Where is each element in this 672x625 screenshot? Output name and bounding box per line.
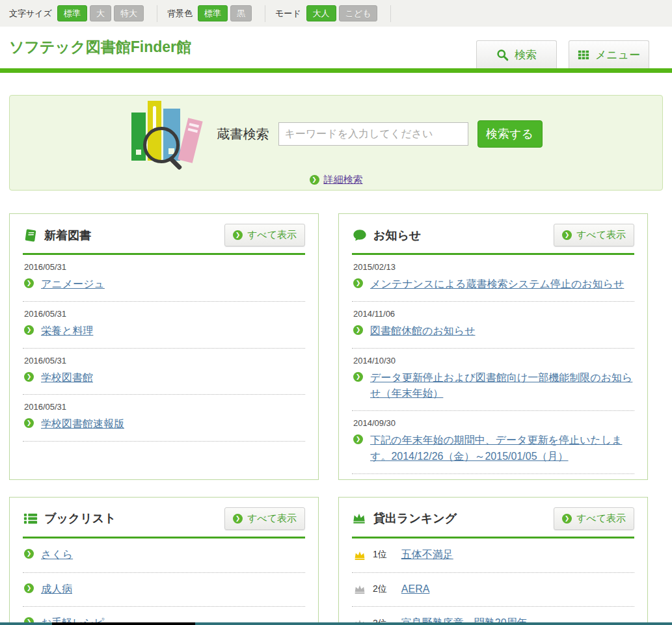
bg-color-group: 背景色 標準 黒 (167, 5, 265, 22)
list-item: 2016/05/31 ❯ アニメージュ (23, 255, 305, 302)
catalog-search-label: 蔵書検索 (217, 126, 269, 143)
ranking-row: 1位 五体不満足 (352, 539, 634, 573)
crown-icon (353, 550, 366, 561)
arrow-circle-icon: ❯ (24, 418, 34, 428)
item-link[interactable]: データ更新停止および図書館向け一部機能制限のお知らせ（年末年始） (370, 370, 633, 403)
new-books-show-all-button[interactable]: ❯ すべて表示 (224, 224, 305, 246)
footer-strip (0, 622, 672, 625)
header-menu-button[interactable]: メニュー (569, 40, 649, 68)
show-all-label: すべて表示 (247, 512, 297, 525)
item-link-row: ❯ 成人病 (24, 581, 304, 598)
item-link[interactable]: 五体不満足 (401, 547, 453, 563)
new-books-list: 2016/05/31 ❯ アニメージュ 2016/05/31 ❯ 栄養と料理 (23, 255, 305, 442)
arrow-circle-icon: ❯ (24, 325, 34, 335)
list-item: ❯ 成人病 (23, 573, 305, 607)
ranking-panel: 貸出ランキング ❯ すべて表示 1位 五体不満足 (338, 497, 648, 625)
item-link[interactable]: 学校図書館速報版 (41, 416, 124, 432)
accessibility-bar: 文字サイズ 標準 大 特大 背景色 標準 黒 モード 大人 こども (0, 0, 672, 27)
show-all-label: すべて表示 (247, 229, 297, 241)
item-date: 2016/05/31 (24, 262, 304, 272)
book-list-show-all-button[interactable]: ❯ すべて表示 (224, 507, 305, 530)
mode-adult-button[interactable]: 大人 (306, 5, 336, 21)
item-link[interactable]: さくら (41, 547, 73, 563)
advanced-search-row: ❯ 詳細検索 (310, 174, 363, 186)
speech-bubble-icon (352, 228, 368, 243)
item-date: 2015/02/13 (353, 262, 633, 272)
list-item: 2014/10/30 ❯ データ更新停止および図書館向け一部機能制限のお知らせ（… (352, 349, 634, 412)
item-link-row: ❯ アニメージュ (24, 276, 304, 293)
book-list: ❯ さくら ❯ 成人病 ❯ お手 (23, 539, 305, 625)
item-link[interactable]: 成人病 (41, 581, 72, 598)
item-date: 2016/05/31 (24, 309, 304, 319)
crown-icon (353, 583, 366, 594)
item-date: 2014/10/30 (353, 356, 633, 366)
list-item: ❯ さくら (23, 539, 305, 573)
arrow-circle-icon: ❯ (233, 514, 243, 524)
arrow-circle-icon: ❯ (24, 372, 34, 382)
item-link[interactable]: 下記の年末年始の期間中、データ更新を停止いたします。2014/12/26（金）～… (370, 432, 633, 465)
item-link[interactable]: アニメージュ (41, 276, 105, 293)
header-search-button[interactable]: 検索 (476, 40, 557, 68)
bg-color-black-button[interactable]: 黒 (230, 5, 252, 21)
ranking-list: 1位 五体不満足 2位 AERA (352, 539, 634, 625)
news-list: 2015/02/13 ❯ メンテナンスによる蔵書検索システム停止のお知らせ 20… (352, 255, 634, 474)
item-link[interactable]: 学校図書館 (41, 370, 93, 386)
arrow-circle-icon: ❯ (24, 583, 34, 593)
item-link-row: ❯ データ更新停止および図書館向け一部機能制限のお知らせ（年末年始） (353, 370, 633, 403)
rank-label: 2位 (373, 583, 387, 595)
arrow-circle-icon: ❯ (562, 230, 572, 240)
pink-book-shape (178, 118, 202, 163)
news-title: お知らせ (373, 228, 421, 243)
news-panel: お知らせ ❯ すべて表示 2015/02/13 ❯ メンテナンスによる蔵書検索シ… (338, 213, 648, 480)
item-link[interactable]: 栄養と料理 (41, 323, 93, 339)
item-date: 2014/09/30 (353, 418, 633, 428)
rank-label: 1位 (373, 549, 387, 561)
news-header: お知らせ ❯ すべて表示 (352, 224, 634, 255)
item-link[interactable]: メンテナンスによる蔵書検索システム停止のお知らせ (370, 276, 624, 293)
new-books-title: 新着図書 (44, 228, 91, 243)
font-size-xlarge-button[interactable]: 特大 (114, 5, 144, 21)
catalog-search-submit-button[interactable]: 検索する (477, 120, 543, 148)
ranking-title: 貸出ランキング (373, 511, 457, 526)
menu-grid-icon (578, 49, 589, 60)
header-buttons: 検索 メニュー (476, 40, 649, 68)
ranking-show-all-button[interactable]: ❯ すべて表示 (554, 507, 634, 530)
header-menu-label: メニュー (595, 47, 640, 62)
site-title: ソフテック図書館Finder館 (9, 37, 191, 57)
advanced-search-link[interactable]: 詳細検索 (324, 174, 363, 186)
arrow-circle-icon: ❯ (353, 434, 363, 444)
arrow-circle-icon: ❯ (353, 372, 363, 382)
list-item: 2016/05/31 ❯ 学校図書館 (23, 349, 305, 395)
bg-color-label: 背景色 (167, 8, 193, 20)
footer-strip-segment (52, 622, 195, 625)
item-link-row: ❯ 図書館休館のお知らせ (353, 323, 633, 339)
font-size-large-button[interactable]: 大 (90, 5, 111, 21)
list-item: 2016/05/31 ❯ 学校図書館速報版 (23, 395, 305, 442)
catalog-search-input[interactable] (278, 122, 468, 146)
list-item: 2014/09/30 ❯ 下記の年末年始の期間中、データ更新を停止いたします。2… (352, 411, 634, 474)
item-link-row: ❯ 学校図書館速報版 (24, 416, 304, 432)
book-list-panel: ブックリスト ❯ すべて表示 ❯ さくら (9, 497, 319, 625)
mode-group: モード 大人 こども (275, 5, 392, 22)
item-date: 2016/05/31 (24, 402, 304, 412)
header-search-label: 検索 (515, 47, 537, 62)
news-show-all-button[interactable]: ❯ すべて表示 (554, 224, 634, 246)
book-list-title: ブックリスト (44, 511, 116, 526)
book-list-header: ブックリスト ❯ すべて表示 (23, 507, 305, 539)
list-icon (23, 511, 38, 525)
bg-color-standard-button[interactable]: 標準 (198, 5, 228, 21)
ranking-header: 貸出ランキング ❯ すべて表示 (352, 507, 634, 539)
green-book-shape (131, 113, 146, 161)
catalog-search-row: 蔵書検索 検索する (130, 100, 543, 168)
arrow-circle-icon: ❯ (353, 325, 363, 335)
panel-grid: 新着図書 ❯ すべて表示 2016/05/31 ❯ アニメージュ (9, 213, 648, 625)
list-item: 2015/02/13 ❯ メンテナンスによる蔵書検索システム停止のお知らせ (352, 255, 634, 302)
item-date: 2016/05/31 (24, 356, 304, 366)
item-link[interactable]: 図書館休館のお知らせ (370, 323, 476, 339)
list-item: 2014/11/06 ❯ 図書館休館のお知らせ (352, 302, 634, 349)
mode-kids-button[interactable]: こども (339, 5, 378, 21)
arrow-circle-icon: ❯ (562, 514, 572, 524)
font-size-standard-button[interactable]: 標準 (57, 5, 87, 21)
main-content: 蔵書検索 検索する ❯ 詳細検索 新着図書 ❯ すべて表示 (0, 95, 672, 625)
item-link[interactable]: AERA (401, 581, 430, 598)
